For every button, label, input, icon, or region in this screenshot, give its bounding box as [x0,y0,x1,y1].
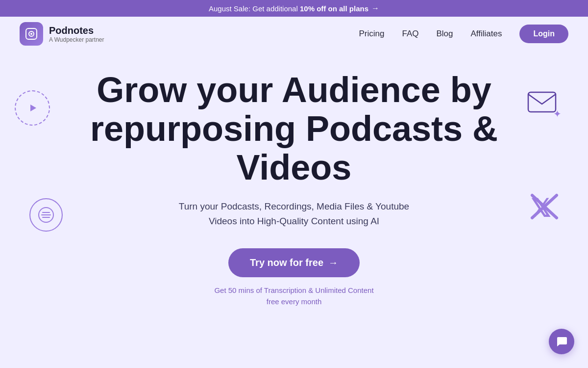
hero-note-line1: Get 50 mins of Transcription & Unlimited… [214,286,373,294]
hero-subtitle-line1: Turn your Podcasts, Recordings, Media Fi… [179,201,409,211]
hero-subtitle: Turn your Podcasts, Recordings, Media Fi… [179,199,409,229]
try-btn-label: Try now for free [250,257,323,268]
x-twitter-icon-decoration: 𝕏 [530,193,559,226]
banner-text-before: August Sale: Get additional [209,4,300,13]
top-banner[interactable]: August Sale: Get additional 10% off on a… [0,0,588,17]
hero-title-line2: repurposing Podcasts & Videos [90,109,498,187]
mail-box: ✦ [527,90,559,118]
mail-icon-decoration: ✦ [527,90,559,118]
nav-affiliates[interactable]: Affiliates [471,29,502,39]
hero-note-line2: free every month [267,297,322,306]
hero-title-line1: Grow your Audience by [97,70,491,109]
logo-text: Podnotes A Wudpecker partner [49,25,104,43]
spotify-icon-decoration [29,198,63,232]
hero-subtitle-line2: Videos into High-Quality Content using A… [209,216,379,226]
nav-blog[interactable]: Blog [436,29,453,39]
svg-text:𝕏: 𝕏 [531,195,551,220]
logo-subtitle: A Wudpecker partner [49,36,104,43]
hero-cta-area: Try now for free → Get 50 mins of Transc… [214,248,373,307]
nav-pricing[interactable]: Pricing [359,29,384,39]
nav: Pricing FAQ Blog Affiliates Login [359,25,568,43]
svg-point-2 [30,33,32,35]
logo-name: Podnotes [49,25,104,36]
play-circle [15,90,50,126]
hero-section: ✦ 𝕏 Grow your Audience by repurposing Po… [0,51,588,307]
login-button[interactable]: Login [519,25,568,43]
hero-note: Get 50 mins of Transcription & Unlimited… [214,285,373,307]
svg-marker-3 [30,105,36,111]
try-now-button[interactable]: Try now for free → [228,248,360,277]
play-icon-decoration [15,90,50,126]
logo-area[interactable]: Podnotes A Wudpecker partner [20,22,104,46]
chat-button[interactable] [549,329,574,354]
banner-arrow: → [371,4,379,13]
banner-highlight: 10% off on all plans [300,4,368,13]
header: Podnotes A Wudpecker partner Pricing FAQ… [0,17,588,51]
try-btn-arrow: → [328,257,338,268]
svg-rect-8 [528,92,556,112]
logo-icon [20,22,43,46]
hero-title: Grow your Audience by repurposing Podcas… [74,71,514,187]
nav-faq[interactable]: FAQ [402,29,418,39]
spotify-circle [29,198,63,232]
banner-text: August Sale: Get additional 10% off on a… [209,4,368,13]
mail-sparkle: ✦ [553,108,562,120]
